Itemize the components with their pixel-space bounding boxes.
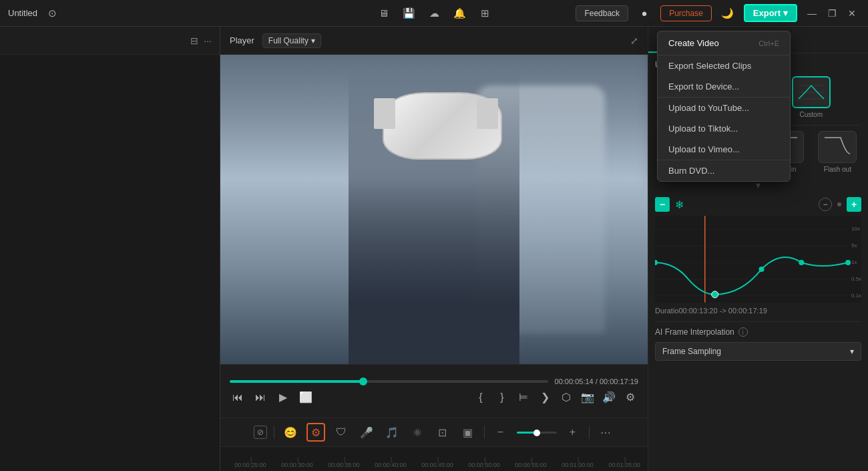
shield-button[interactable]: 🛡	[332, 423, 351, 442]
window-controls: — ❐ ✕	[804, 5, 860, 21]
prev-frame-button[interactable]: ⏭	[252, 389, 268, 406]
text-button[interactable]: ⊡	[433, 423, 452, 442]
save-icon[interactable]: 💾	[399, 4, 418, 23]
controls-left: ⏮ ⏭ ▶ ⬜	[230, 389, 314, 406]
close-button[interactable]: ✕	[844, 5, 860, 21]
restore-button[interactable]: ❐	[824, 5, 840, 21]
back-frame-button[interactable]: ⏮	[230, 389, 246, 406]
svg-point-14	[845, 260, 851, 265]
ai-info-icon[interactable]: i	[738, 327, 748, 337]
progress-thumb[interactable]	[359, 377, 367, 385]
bell-icon[interactable]: 🔔	[450, 4, 469, 23]
tl-slider-track[interactable]	[517, 432, 557, 434]
project-status-icon[interactable]: ⊙	[43, 4, 61, 23]
feedback-button[interactable]: Feedback	[576, 5, 628, 21]
speed-preset-flash-out[interactable]: Flash out	[814, 131, 861, 173]
arrow-icon[interactable]: ❯	[537, 389, 553, 406]
screen-icon[interactable]: ⬡	[558, 389, 574, 406]
volume-icon[interactable]: 🔊	[601, 389, 617, 406]
purchase-button[interactable]: Purchase	[660, 5, 712, 21]
export-device-label: Export to Device...	[668, 82, 739, 92]
cloud-icon[interactable]: ☁	[425, 4, 443, 23]
dropdown-burn-dvd[interactable]: Burn DVD...	[658, 160, 790, 181]
sidebar-toolbar: ⊟ ···	[0, 27, 220, 55]
minimize-button[interactable]: —	[804, 5, 820, 21]
svg-point-11	[655, 260, 658, 265]
project-name: Untitled	[8, 8, 37, 18]
export-label: Export	[753, 8, 781, 18]
zoom-minus-button[interactable]: −	[491, 423, 510, 442]
play-button[interactable]: ▶	[275, 389, 291, 406]
ai-section-label-text: AI Frame Interpolation	[655, 327, 734, 337]
mark-in-button[interactable]: {	[473, 389, 489, 406]
avatar-icon[interactable]: ●	[635, 4, 654, 23]
more-options-button[interactable]: ⋯	[596, 423, 615, 442]
timeline-settings-button[interactable]: ⚙	[306, 423, 325, 442]
export-container: Export ▾ Create Video Ctrl+E Export Sele…	[744, 4, 797, 22]
create-video-label: Create Video	[668, 38, 719, 48]
dropdown-upload-vimeo[interactable]: Upload to Vimeo...	[658, 139, 790, 160]
ruler-mark-9: 00:01:05:00	[601, 462, 648, 468]
ai-info-symbol: i	[742, 329, 744, 336]
tl-slider-thumb[interactable]	[533, 430, 540, 436]
title-left: Untitled ⊙	[8, 4, 61, 23]
ruler-mark-6: 00:00:50:00	[461, 462, 507, 468]
speed-graph[interactable]: 10x 5x 1x 0.5x 0.1x	[655, 216, 861, 303]
expand-player-icon[interactable]: ⤢	[630, 35, 638, 46]
time-current: 00:00:05:14 / 00:00:17:19	[555, 377, 638, 385]
controls-row: ⏮ ⏭ ▶ ⬜ { } ⊨ ❯ ⬡ 📷 🔊 ⚙	[230, 389, 638, 406]
zoom-plus-button[interactable]: +	[564, 423, 582, 442]
graph-plus-button[interactable]: +	[847, 197, 861, 212]
camera-icon[interactable]: 📷	[580, 389, 596, 406]
progress-bar[interactable]	[230, 380, 548, 383]
more-options-icon[interactable]: ···	[204, 35, 212, 46]
settings-icon[interactable]: ⚙	[622, 389, 638, 406]
speed-preset-custom-label: Custom	[800, 111, 823, 118]
player-header-left: Player Full Quality ▾	[230, 33, 321, 48]
vr-strap-right	[477, 98, 498, 129]
progress-row: 00:00:05:14 / 00:00:17:19	[230, 377, 638, 385]
export-button[interactable]: Export ▾	[744, 4, 797, 22]
graph-snowflake-icon[interactable]: ❄	[675, 198, 684, 211]
timeline-marker-icon[interactable]: ⊘	[254, 426, 267, 439]
graph-minus-button[interactable]: −	[655, 197, 670, 212]
ruler-mark-3: 00:00:35:00	[320, 462, 367, 468]
title-center-icons: 🖥 💾 ☁ 🔔 ⊞	[374, 4, 494, 23]
dropdown-upload-tiktok[interactable]: Upload to Tiktok...	[658, 118, 790, 139]
video-placeholder	[220, 55, 648, 364]
graph-zoom-minus-button[interactable]: −	[819, 198, 832, 211]
burn-dvd-label: Burn DVD...	[668, 166, 714, 176]
edit-icon[interactable]: ⊨	[515, 389, 531, 406]
face-track-button[interactable]: 😊	[281, 423, 300, 442]
ruler-mark-7: 00:00:55:00	[507, 462, 554, 468]
speed-graph-svg: 10x 5x 1x 0.5x 0.1x	[655, 216, 861, 303]
mic-button[interactable]: 🎤	[357, 423, 376, 442]
mark-out-button[interactable]: }	[494, 389, 510, 406]
monitor-icon[interactable]: 🖥	[374, 4, 393, 23]
theme-icon[interactable]: 🌙	[718, 4, 737, 23]
upload-youtube-label: Upload to YouTube...	[668, 103, 749, 113]
export-dropdown: Create Video Ctrl+E Export Selected Clip…	[657, 31, 791, 182]
quality-select[interactable]: Full Quality ▾	[262, 33, 321, 48]
subtitle-button[interactable]: ▣	[459, 423, 477, 442]
tl-slider[interactable]	[517, 432, 557, 434]
music-button[interactable]: 🎵	[383, 423, 401, 442]
ruler-mark-1: 00:00:25:00	[227, 462, 274, 468]
ruler-mark-4: 00:00:40:00	[367, 462, 414, 468]
stop-button[interactable]: ⬜	[298, 389, 314, 406]
effects-button[interactable]: ⚛	[408, 423, 427, 442]
filter-icon[interactable]: ⊟	[190, 35, 198, 46]
ai-dropdown-arrow: ▾	[850, 347, 854, 356]
grid-icon[interactable]: ⊞	[475, 4, 494, 23]
dropdown-export-device[interactable]: Export to Device...	[658, 76, 790, 97]
tl-separator-2	[484, 426, 485, 439]
graph-minus-icon: −	[660, 199, 665, 210]
quality-arrow: ▾	[311, 36, 315, 45]
dropdown-create-video[interactable]: Create Video Ctrl+E	[658, 31, 790, 55]
dropdown-export-selected[interactable]: Export Selected Clips	[658, 55, 790, 76]
title-bar: Untitled ⊙ 🖥 💾 ☁ 🔔 ⊞ Feedback ● Purchase…	[0, 0, 868, 27]
timeline-ruler: 00:00:25:00 00:00:30:00 00:00:35:00 00:0…	[220, 447, 648, 471]
ai-dropdown[interactable]: Frame Sampling ▾	[655, 342, 861, 361]
player-video-area	[220, 55, 648, 364]
dropdown-upload-youtube[interactable]: Upload to YouTube...	[658, 98, 790, 118]
